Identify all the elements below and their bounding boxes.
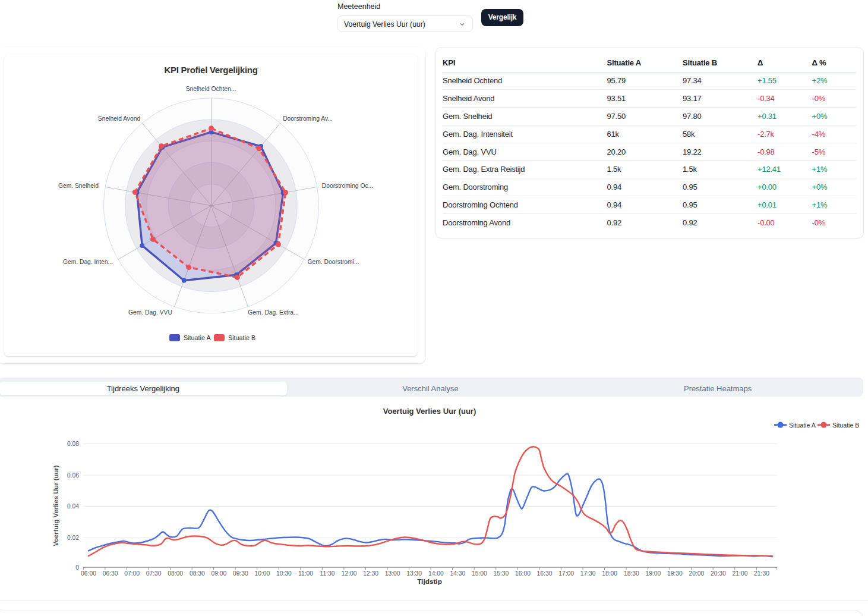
svg-text:Doorstroming Oc...: Doorstroming Oc... xyxy=(322,183,373,189)
svg-text:20:30: 20:30 xyxy=(711,570,726,577)
svg-text:Gem. Doorstromi...: Gem. Doorstromi... xyxy=(308,259,359,265)
svg-text:15:00: 15:00 xyxy=(472,570,487,577)
svg-text:14:00: 14:00 xyxy=(428,570,444,577)
svg-text:0.08: 0.08 xyxy=(67,441,79,447)
svg-text:08:30: 08:30 xyxy=(190,570,205,577)
svg-text:09:30: 09:30 xyxy=(233,570,248,577)
svg-text:12:00: 12:00 xyxy=(342,570,357,577)
svg-text:11:30: 11:30 xyxy=(320,570,334,577)
svg-text:10:30: 10:30 xyxy=(276,570,292,577)
svg-text:08:00: 08:00 xyxy=(168,570,183,577)
svg-text:13:00: 13:00 xyxy=(385,570,400,577)
svg-text:Situatie A: Situatie A xyxy=(789,422,816,429)
svg-text:0.02: 0.02 xyxy=(67,535,79,541)
svg-text:Gem. Dag. Inten...: Gem. Dag. Inten... xyxy=(63,259,113,265)
svg-text:17:00: 17:00 xyxy=(558,570,574,577)
svg-text:19:00: 19:00 xyxy=(645,570,661,577)
svg-text:20:00: 20:00 xyxy=(689,570,705,577)
svg-text:Snelheid Avond: Snelheid Avond xyxy=(98,115,141,122)
svg-text:Gem. Dag. Extra...: Gem. Dag. Extra... xyxy=(248,309,298,316)
svg-text:16:30: 16:30 xyxy=(537,570,553,577)
svg-text:Situatie B: Situatie B xyxy=(832,422,859,429)
svg-text:0.06: 0.06 xyxy=(67,472,79,479)
svg-text:06:00: 06:00 xyxy=(81,570,96,577)
svg-text:09:00: 09:00 xyxy=(211,570,226,577)
svg-text:21:00: 21:00 xyxy=(733,570,748,577)
svg-text:12:30: 12:30 xyxy=(363,570,378,577)
svg-text:16:00: 16:00 xyxy=(515,570,531,577)
svg-text:11:00: 11:00 xyxy=(298,570,313,577)
svg-text:Gem. Dag. VVU: Gem. Dag. VVU xyxy=(128,309,172,316)
svg-text:10:00: 10:00 xyxy=(255,570,270,577)
svg-text:14:30: 14:30 xyxy=(450,570,465,577)
svg-text:06:30: 06:30 xyxy=(103,570,118,577)
svg-text:07:00: 07:00 xyxy=(124,570,140,577)
svg-text:0: 0 xyxy=(75,564,79,571)
svg-text:Snelheid Ochten...: Snelheid Ochten... xyxy=(186,86,236,92)
svg-text:Tijdstip: Tijdstip xyxy=(417,577,442,586)
svg-text:18:30: 18:30 xyxy=(624,570,639,577)
svg-text:15:30: 15:30 xyxy=(494,570,509,577)
svg-text:0.04: 0.04 xyxy=(67,503,79,510)
svg-text:19:30: 19:30 xyxy=(667,570,683,577)
svg-text:17:30: 17:30 xyxy=(580,570,596,577)
svg-text:Doorstroming Av...: Doorstroming Av... xyxy=(283,115,333,122)
svg-text:Voertuig Verlies Uur (uur): Voertuig Verlies Uur (uur) xyxy=(52,465,59,546)
svg-text:13:30: 13:30 xyxy=(406,570,422,577)
svg-text:07:30: 07:30 xyxy=(146,570,162,577)
svg-text:21:30: 21:30 xyxy=(754,570,769,577)
svg-text:Gem. Snelheid: Gem. Snelheid xyxy=(58,183,99,189)
svg-text:18:00: 18:00 xyxy=(602,570,617,577)
